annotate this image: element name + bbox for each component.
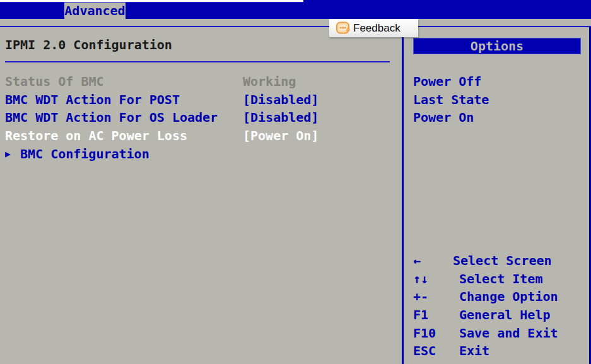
help-key-row: F1General Help — [413, 306, 590, 324]
title-underline — [5, 61, 390, 62]
help-key-row: ↑↓Select Item — [413, 270, 590, 288]
help-action: Select Item — [459, 270, 542, 288]
option-item: Last State — [413, 91, 583, 109]
setting-row[interactable]: Restore on AC Power Loss[Power On] — [0, 127, 399, 145]
setting-label: Status Of BMC — [5, 73, 104, 91]
setting-label: BMC WDT Action For POST — [5, 91, 180, 109]
setting-value: [Disabled] — [243, 109, 319, 127]
submenu-arrow-icon: ▶ — [5, 145, 11, 163]
setting-label: BMC Configuration — [20, 145, 149, 163]
help-action: Change Option — [459, 288, 558, 306]
setting-value: [Power On] — [243, 127, 319, 145]
help-key: F10 — [413, 324, 459, 343]
setting-row[interactable]: BMC WDT Action For POST[Disabled] — [0, 91, 399, 109]
help-key-row: ESCExit — [413, 342, 590, 360]
feedback-button[interactable]: Feedback — [329, 19, 418, 37]
help-key: ↑↓ — [413, 270, 459, 288]
setting-value: [Disabled] — [243, 91, 319, 109]
help-key-row: ←Select Screen — [413, 252, 590, 270]
setting-row[interactable]: BMC WDT Action For OS Loader[Disabled] — [0, 109, 399, 127]
setting-value: Working — [243, 73, 296, 91]
setting-label: BMC WDT Action For OS Loader — [5, 109, 218, 127]
panel-divider — [402, 27, 404, 364]
feedback-label: Feedback — [353, 22, 401, 35]
tab-advanced[interactable]: Advanced — [64, 3, 126, 19]
setting-row: Status Of BMCWorking — [0, 73, 399, 91]
help-action: Save and Exit — [459, 324, 558, 343]
key-help-legend: ←Select Screen↑↓Select Item+-Change Opti… — [413, 252, 590, 360]
options-header: Options — [413, 38, 581, 54]
help-key: +- — [413, 288, 459, 306]
help-key: F1 — [413, 306, 459, 324]
menu-separator-line — [0, 26, 591, 27]
chat-bubble-icon — [336, 20, 351, 36]
setting-label: Restore on AC Power Loss — [5, 127, 187, 145]
option-item: Power Off — [413, 73, 583, 91]
help-action: Select Screen — [453, 252, 552, 270]
page-title: IPMI 2.0 Configuration — [5, 37, 172, 52]
setting-row-submenu[interactable]: ▶BMC Configuration — [0, 145, 399, 163]
top-edge-strip — [0, 0, 303, 3]
help-key: ESC — [413, 342, 459, 360]
options-list: Power OffLast StatePower On — [413, 73, 583, 127]
help-key-row: +-Change Option — [413, 288, 590, 306]
option-item: Power On — [413, 109, 583, 127]
help-key: ← — [413, 252, 453, 270]
settings-list: Status Of BMCWorkingBMC WDT Action For P… — [0, 73, 399, 163]
help-action: Exit — [459, 342, 489, 360]
help-key-row: F10Save and Exit — [413, 324, 590, 343]
help-action: General Help — [459, 306, 551, 324]
